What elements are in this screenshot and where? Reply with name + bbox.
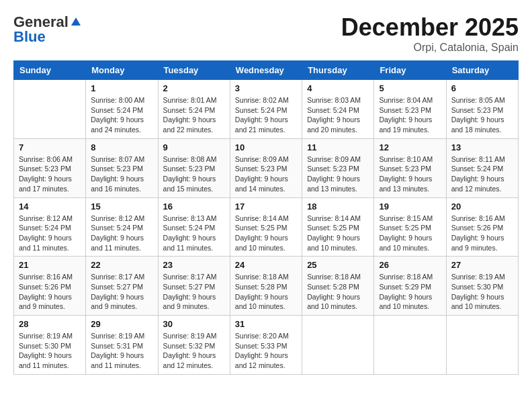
day-info: Sunrise: 8:03 AM Sunset: 5:24 PM Dayligh…	[307, 95, 369, 135]
calendar-week-row: 21Sunrise: 8:16 AM Sunset: 5:26 PM Dayli…	[14, 257, 519, 316]
day-number: 11	[307, 142, 369, 152]
day-info: Sunrise: 8:18 AM Sunset: 5:28 PM Dayligh…	[307, 272, 369, 312]
calendar-week-row: 7Sunrise: 8:06 AM Sunset: 5:23 PM Daylig…	[14, 138, 519, 197]
calendar-cell	[14, 80, 86, 139]
column-header-thursday: Thursday	[302, 61, 374, 80]
calendar-cell: 13Sunrise: 8:11 AM Sunset: 5:24 PM Dayli…	[446, 138, 518, 197]
day-info: Sunrise: 8:13 AM Sunset: 5:24 PM Dayligh…	[163, 214, 225, 253]
day-number: 18	[307, 201, 369, 212]
day-number: 27	[451, 260, 513, 270]
day-number: 10	[235, 142, 297, 152]
day-info: Sunrise: 8:19 AM Sunset: 5:31 PM Dayligh…	[91, 331, 152, 371]
location: Orpi, Catalonia, Spain	[341, 42, 519, 54]
day-info: Sunrise: 8:19 AM Sunset: 5:32 PM Dayligh…	[163, 331, 225, 371]
day-info: Sunrise: 8:18 AM Sunset: 5:28 PM Dayligh…	[235, 272, 297, 312]
calendar-cell: 24Sunrise: 8:18 AM Sunset: 5:28 PM Dayli…	[230, 257, 302, 316]
calendar-cell: 15Sunrise: 8:12 AM Sunset: 5:24 PM Dayli…	[86, 197, 158, 257]
day-info: Sunrise: 8:09 AM Sunset: 5:23 PM Dayligh…	[307, 154, 369, 194]
day-number: 21	[19, 260, 81, 270]
day-number: 15	[91, 201, 152, 212]
day-info: Sunrise: 8:06 AM Sunset: 5:23 PM Dayligh…	[19, 154, 81, 194]
day-number: 12	[379, 142, 441, 152]
logo: General Blue	[13, 13, 82, 46]
day-number: 9	[163, 142, 225, 152]
day-info: Sunrise: 8:16 AM Sunset: 5:26 PM Dayligh…	[19, 272, 81, 312]
day-info: Sunrise: 8:17 AM Sunset: 5:27 PM Dayligh…	[163, 272, 225, 312]
day-info: Sunrise: 8:16 AM Sunset: 5:26 PM Dayligh…	[451, 214, 513, 253]
day-number: 1	[91, 83, 152, 93]
day-number: 29	[91, 319, 152, 329]
calendar-cell: 16Sunrise: 8:13 AM Sunset: 5:24 PM Dayli…	[158, 197, 230, 257]
day-number: 26	[379, 260, 441, 270]
calendar-cell: 28Sunrise: 8:19 AM Sunset: 5:30 PM Dayli…	[14, 316, 86, 375]
column-header-monday: Monday	[86, 61, 158, 80]
day-info: Sunrise: 8:14 AM Sunset: 5:25 PM Dayligh…	[307, 214, 369, 253]
calendar-cell: 30Sunrise: 8:19 AM Sunset: 5:32 PM Dayli…	[158, 316, 230, 375]
calendar-cell	[446, 316, 518, 375]
calendar-cell: 17Sunrise: 8:14 AM Sunset: 5:25 PM Dayli…	[230, 197, 302, 257]
day-info: Sunrise: 8:14 AM Sunset: 5:25 PM Dayligh…	[235, 214, 297, 253]
page-header: General Blue December 2025 Orpi, Catalon…	[13, 13, 519, 54]
day-number: 14	[19, 201, 81, 212]
column-header-sunday: Sunday	[14, 61, 86, 80]
calendar-cell: 12Sunrise: 8:10 AM Sunset: 5:23 PM Dayli…	[374, 138, 446, 197]
calendar-cell: 11Sunrise: 8:09 AM Sunset: 5:23 PM Dayli…	[302, 138, 374, 197]
calendar-cell: 6Sunrise: 8:05 AM Sunset: 5:23 PM Daylig…	[446, 80, 518, 139]
calendar-cell: 5Sunrise: 8:04 AM Sunset: 5:23 PM Daylig…	[374, 80, 446, 139]
column-header-saturday: Saturday	[446, 61, 518, 80]
day-info: Sunrise: 8:18 AM Sunset: 5:29 PM Dayligh…	[379, 272, 441, 312]
day-info: Sunrise: 8:19 AM Sunset: 5:30 PM Dayligh…	[19, 331, 81, 371]
calendar-cell: 23Sunrise: 8:17 AM Sunset: 5:27 PM Dayli…	[158, 257, 230, 316]
day-info: Sunrise: 8:12 AM Sunset: 5:24 PM Dayligh…	[19, 214, 81, 253]
calendar-cell: 31Sunrise: 8:20 AM Sunset: 5:33 PM Dayli…	[230, 316, 302, 375]
day-number: 31	[235, 319, 297, 329]
calendar-cell	[374, 316, 446, 375]
day-number: 13	[451, 142, 513, 152]
calendar-cell: 4Sunrise: 8:03 AM Sunset: 5:24 PM Daylig…	[302, 80, 374, 139]
calendar-cell: 19Sunrise: 8:15 AM Sunset: 5:25 PM Dayli…	[374, 197, 446, 257]
day-number: 22	[91, 260, 152, 270]
column-header-tuesday: Tuesday	[158, 61, 230, 80]
day-number: 4	[307, 83, 369, 93]
calendar-cell: 10Sunrise: 8:09 AM Sunset: 5:23 PM Dayli…	[230, 138, 302, 197]
calendar-cell: 25Sunrise: 8:18 AM Sunset: 5:28 PM Dayli…	[302, 257, 374, 316]
calendar-cell: 8Sunrise: 8:07 AM Sunset: 5:23 PM Daylig…	[86, 138, 158, 197]
day-info: Sunrise: 8:12 AM Sunset: 5:24 PM Dayligh…	[91, 214, 152, 253]
day-number: 8	[91, 142, 152, 152]
day-info: Sunrise: 8:15 AM Sunset: 5:25 PM Dayligh…	[379, 214, 441, 253]
day-info: Sunrise: 8:02 AM Sunset: 5:24 PM Dayligh…	[235, 95, 297, 135]
month-title: December 2025	[341, 13, 519, 42]
day-info: Sunrise: 8:11 AM Sunset: 5:24 PM Dayligh…	[451, 154, 513, 194]
day-number: 19	[379, 201, 441, 212]
calendar-table: SundayMondayTuesdayWednesdayThursdayFrid…	[13, 60, 519, 375]
calendar-cell: 20Sunrise: 8:16 AM Sunset: 5:26 PM Dayli…	[446, 197, 518, 257]
column-header-friday: Friday	[374, 61, 446, 80]
calendar-cell: 1Sunrise: 8:00 AM Sunset: 5:24 PM Daylig…	[86, 80, 158, 139]
calendar-cell: 14Sunrise: 8:12 AM Sunset: 5:24 PM Dayli…	[14, 197, 86, 257]
day-info: Sunrise: 8:19 AM Sunset: 5:30 PM Dayligh…	[451, 272, 513, 312]
day-number: 20	[451, 201, 513, 212]
day-number: 17	[235, 201, 297, 212]
column-header-wednesday: Wednesday	[230, 61, 302, 80]
logo-triangle-icon	[70, 15, 82, 27]
day-info: Sunrise: 8:10 AM Sunset: 5:23 PM Dayligh…	[379, 154, 441, 194]
day-number: 2	[163, 83, 225, 93]
calendar-cell: 22Sunrise: 8:17 AM Sunset: 5:27 PM Dayli…	[86, 257, 158, 316]
day-info: Sunrise: 8:17 AM Sunset: 5:27 PM Dayligh…	[91, 272, 152, 312]
day-number: 28	[19, 319, 81, 329]
calendar-week-row: 1Sunrise: 8:00 AM Sunset: 5:24 PM Daylig…	[14, 80, 519, 139]
calendar-header-row: SundayMondayTuesdayWednesdayThursdayFrid…	[14, 61, 519, 80]
calendar-cell: 7Sunrise: 8:06 AM Sunset: 5:23 PM Daylig…	[14, 138, 86, 197]
day-number: 25	[307, 260, 369, 270]
day-info: Sunrise: 8:08 AM Sunset: 5:23 PM Dayligh…	[163, 154, 225, 194]
day-number: 16	[163, 201, 225, 212]
calendar-cell: 29Sunrise: 8:19 AM Sunset: 5:31 PM Dayli…	[86, 316, 158, 375]
day-info: Sunrise: 8:01 AM Sunset: 5:24 PM Dayligh…	[163, 95, 225, 135]
calendar-cell: 3Sunrise: 8:02 AM Sunset: 5:24 PM Daylig…	[230, 80, 302, 139]
day-number: 3	[235, 83, 297, 93]
day-number: 23	[163, 260, 225, 270]
calendar-cell: 9Sunrise: 8:08 AM Sunset: 5:23 PM Daylig…	[158, 138, 230, 197]
day-info: Sunrise: 8:09 AM Sunset: 5:23 PM Dayligh…	[235, 154, 297, 194]
calendar-cell: 21Sunrise: 8:16 AM Sunset: 5:26 PM Dayli…	[14, 257, 86, 316]
calendar-cell: 26Sunrise: 8:18 AM Sunset: 5:29 PM Dayli…	[374, 257, 446, 316]
